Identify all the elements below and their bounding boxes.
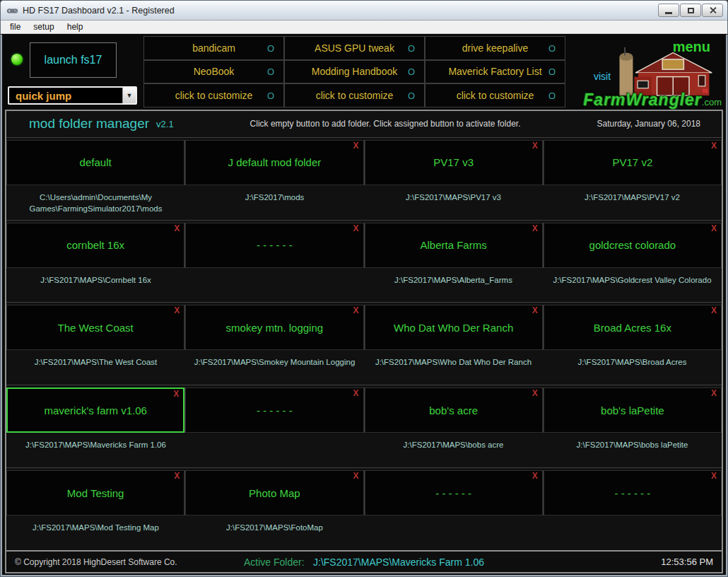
folder-button-smokey-mtn[interactable]: X smokey mtn. logging [185, 305, 363, 350]
manager-version: v2.1 [156, 119, 174, 129]
folder-button-goldcrest[interactable]: X goldcrest colorado [544, 223, 722, 268]
folder-name: - - - - - - [257, 239, 293, 251]
chevron-down-icon[interactable]: ▼ [122, 88, 136, 103]
remove-folder-icon[interactable]: X [353, 141, 358, 150]
main-content: launch fs17 quick jump ▼ bandicam O ASUS… [1, 35, 727, 576]
menu-file[interactable]: file [4, 22, 27, 32]
folder-button-cornbelt[interactable]: X cornbelt 16x [6, 223, 184, 268]
folder-name: cornbelt 16x [66, 239, 124, 251]
folder-name: Alberta Farms [421, 239, 487, 251]
shortcut-customize-2[interactable]: click to customize O [285, 84, 424, 107]
remove-folder-icon[interactable]: X [353, 224, 358, 233]
remove-folder-icon[interactable]: X [711, 389, 717, 397]
folder-button-mod-testing[interactable]: X Mod Testing [6, 470, 184, 515]
folder-path: J:\FS2017\mods [185, 185, 364, 214]
remove-folder-icon[interactable]: X [174, 224, 180, 233]
remove-folder-icon[interactable]: X [353, 389, 358, 397]
shortcut-indicator-icon: O [408, 42, 415, 53]
remove-folder-icon[interactable]: X [532, 389, 538, 397]
remove-folder-icon[interactable]: X [532, 141, 538, 150]
remove-folder-icon[interactable]: X [532, 472, 538, 480]
folder-button-pv17-v2[interactable]: X PV17 v2 [544, 140, 722, 185]
remove-folder-icon[interactable]: X [711, 141, 717, 150]
remove-folder-icon[interactable]: X [711, 306, 717, 315]
folder-button-empty[interactable]: X - - - - - - [365, 470, 543, 515]
remove-folder-icon[interactable]: X [532, 306, 538, 315]
folder-button-mavericks-farm-active[interactable]: X maverick's farm v1.06 [6, 387, 184, 433]
folder-button-default[interactable]: default [6, 140, 184, 185]
launch-fs17-button[interactable]: launch fs17 [30, 42, 117, 78]
folder-button-bobs-lapetite[interactable]: X bob's laPetite [544, 387, 722, 433]
active-folder-label: Active Folder: [244, 556, 305, 568]
shortcut-label: Modding Handbook [312, 66, 397, 77]
shortcut-indicator-icon: O [548, 66, 556, 77]
folder-row: X cornbelt 16x X - - - - - - X Alberta F… [6, 220, 722, 303]
shortcut-modding-handbook[interactable]: Modding Handbook O [285, 61, 424, 83]
gamepad-icon [6, 6, 18, 16]
folder-name: J default mod folder [228, 156, 322, 168]
folder-path: J:\FS2017\MAPS\FotoMap [185, 515, 364, 533]
folder-path [543, 515, 722, 533]
manager-instruction: Click empty button to add folder. Click … [174, 119, 597, 129]
folder-button-pv17-v3[interactable]: X PV17 v3 [365, 140, 543, 185]
shortcut-indicator-icon: O [548, 42, 556, 53]
maximize-button[interactable] [680, 4, 701, 17]
shortcut-customize-1[interactable]: click to customize O [144, 84, 283, 107]
shortcut-asus-gpu-tweak[interactable]: ASUS GPU tweak O [285, 37, 424, 59]
folder-path: J:\FS2017\MAPS\Smokey Mountain Logging [185, 350, 364, 368]
folder-path: J:\FS2017\MAPS\Mod Testing Map [6, 515, 185, 533]
remove-folder-icon[interactable]: X [353, 306, 358, 315]
remove-folder-icon[interactable]: X [174, 306, 180, 315]
folder-button-bobs-acre[interactable]: X bob's acre [365, 387, 543, 433]
shortcut-label: bandicam [192, 42, 235, 54]
folder-name: Photo Map [249, 487, 300, 499]
shortcut-maverick-factory-list[interactable]: Maverick Factory List O [425, 61, 565, 83]
shortcut-bandicam[interactable]: bandicam O [144, 37, 283, 59]
folder-button-broad-acres[interactable]: X Broad Acres 16x [544, 305, 722, 350]
visit-link[interactable]: visit [594, 71, 611, 82]
menu-help[interactable]: help [61, 22, 90, 32]
shortcut-neobook[interactable]: NeoBook O [144, 61, 283, 83]
folder-name: maverick's farm v1.06 [44, 404, 146, 416]
remove-folder-icon[interactable]: X [353, 472, 358, 480]
folder-path: J:\FS2017\MAPS\The West Coast [6, 350, 185, 368]
remove-folder-icon[interactable]: X [711, 224, 717, 233]
shortcut-indicator-icon: O [548, 91, 556, 101]
folder-name: Mod Testing [67, 487, 124, 499]
folder-button-j-default[interactable]: X J default mod folder [185, 140, 363, 185]
shortcut-customize-3[interactable]: click to customize O [425, 84, 565, 107]
remove-folder-icon[interactable]: X [174, 472, 180, 480]
title-bar[interactable]: HD FS17 Dashboard v2.1 - Registered [1, 1, 727, 21]
minimize-button[interactable] [658, 4, 679, 17]
close-button[interactable] [702, 4, 723, 17]
folder-row: X Mod Testing X Photo Map X - - - - - - … [6, 467, 722, 550]
folder-button-west-coast[interactable]: X The West Coast [6, 305, 184, 350]
shortcut-indicator-icon: O [267, 66, 274, 77]
folder-button-empty[interactable]: X - - - - - - [185, 223, 363, 268]
manager-title: mod folder manager [29, 116, 149, 132]
farmwrangler-tld: .com [702, 97, 722, 107]
shortcut-indicator-icon: O [267, 91, 274, 101]
remove-folder-icon[interactable]: X [711, 472, 717, 480]
folder-path: J:\FS2017\MAPS\Mavericks Farm 1.06 [6, 433, 185, 450]
folder-row: default X J default mod folder X PV17 v3… [6, 137, 722, 220]
folder-button-photo-map[interactable]: X Photo Map [185, 470, 363, 515]
quick-jump-dropdown[interactable]: quick jump ▼ [8, 86, 137, 105]
barn-logo-image [610, 46, 717, 97]
folder-row: X The West Coast X smokey mtn. logging X… [6, 302, 722, 385]
folder-name: bob's laPetite [601, 404, 664, 416]
shortcut-indicator-icon: O [408, 66, 415, 77]
minimize-icon [665, 12, 672, 14]
shortcut-drive-keepalive[interactable]: drive keepalive O [425, 37, 565, 59]
folder-button-empty[interactable]: X - - - - - - [544, 470, 722, 515]
farmwrangler-logo[interactable]: FarmWrangler.com [583, 91, 722, 110]
folder-path: J:\FS2017\MAPS\Who Dat Who Der Ranch [364, 350, 543, 368]
remove-folder-icon[interactable]: X [532, 224, 538, 233]
app-window: HD FS17 Dashboard v2.1 - Registered file… [0, 0, 728, 577]
remove-folder-icon[interactable]: X [173, 390, 179, 398]
brand-area: menu visit FarmWrangler [565, 35, 726, 110]
folder-button-empty[interactable]: X - - - - - - [185, 387, 363, 433]
folder-button-who-dat[interactable]: X Who Dat Who Der Ranch [365, 305, 543, 350]
menu-setup[interactable]: setup [27, 22, 60, 32]
folder-button-alberta-farms[interactable]: X Alberta Farms [365, 223, 543, 268]
